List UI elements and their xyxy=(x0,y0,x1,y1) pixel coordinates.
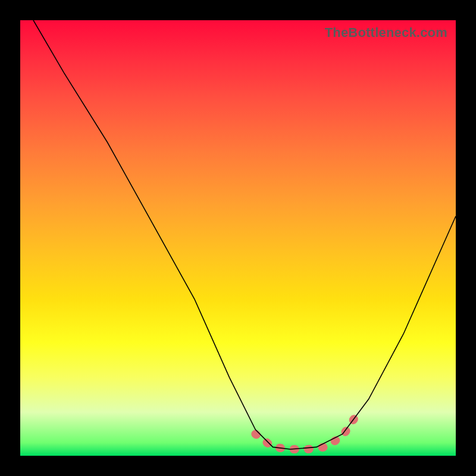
plot-area: TheBottleneck.com xyxy=(20,20,456,456)
chart-svg xyxy=(20,20,456,456)
bottleneck-curve xyxy=(33,20,456,449)
chart-frame: TheBottleneck.com xyxy=(0,0,476,476)
